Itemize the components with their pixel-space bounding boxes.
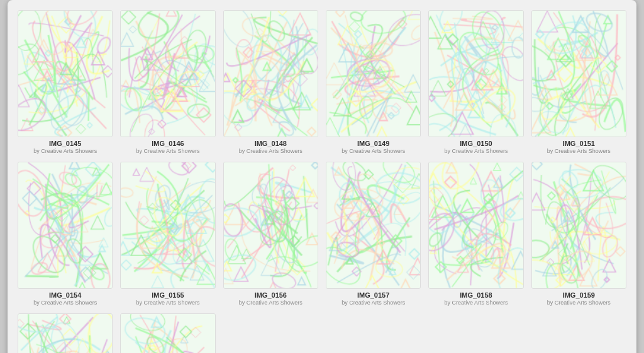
gallery-item[interactable]: IMG_0145by Creative Arts Showers — [18, 10, 113, 154]
item-title: IMG_0158 — [460, 291, 492, 299]
thumbnail-image — [18, 162, 113, 289]
gallery-item[interactable]: IMG_0146by Creative Arts Showers — [120, 10, 215, 154]
thumbnail-image — [18, 10, 113, 137]
thumbnail-image — [531, 162, 626, 289]
pattern-canvas — [121, 162, 214, 288]
gallery-item[interactable]: IMG_0163by Creative Arts Showers — [18, 313, 113, 353]
gallery-item[interactable]: IMG_0155by Creative Arts Showers — [120, 162, 215, 306]
item-author: by Creative Arts Showers — [136, 300, 199, 306]
pattern-canvas — [429, 162, 523, 288]
empty-slot — [428, 313, 523, 353]
item-title: IMG_0150 — [460, 140, 492, 147]
item-author: by Creative Arts Showers — [547, 148, 611, 154]
pattern-canvas — [224, 11, 318, 137]
item-title: IMG_0151 — [563, 140, 595, 147]
gallery-item[interactable]: IMG_0151by Creative Arts Showers — [531, 10, 626, 154]
pattern-canvas — [429, 11, 523, 137]
gallery-item[interactable]: IMG_0156by Creative Arts Showers — [223, 162, 318, 306]
gallery-item[interactable]: IMG_0159by Creative Arts Showers — [531, 162, 626, 306]
thumbnail-image — [531, 10, 626, 137]
thumbnail-image — [428, 162, 523, 289]
thumbnail-image — [326, 162, 421, 289]
item-title: IMG_0157 — [357, 291, 389, 299]
gallery-item[interactable]: IMG_0148by Creative Arts Showers — [223, 10, 318, 154]
thumbnail-image — [326, 10, 421, 137]
pattern-canvas — [532, 11, 626, 137]
item-author: by Creative Arts Showers — [239, 300, 303, 306]
pattern-canvas — [18, 162, 112, 288]
empty-slot — [326, 313, 421, 353]
thumbnail-image — [18, 313, 113, 353]
empty-slot — [223, 313, 318, 353]
item-author: by Creative Arts Showers — [444, 300, 508, 306]
gallery-item[interactable]: IMG_0154by Creative Arts Showers — [18, 162, 113, 306]
item-title: IMG_0159 — [563, 291, 595, 299]
pattern-canvas — [326, 11, 420, 137]
pattern-canvas — [121, 314, 214, 353]
item-title: IMG_0155 — [152, 291, 184, 299]
item-author: by Creative Arts Showers — [547, 300, 611, 306]
pattern-canvas — [224, 162, 318, 288]
thumbnail-image — [120, 313, 215, 353]
pattern-canvas — [326, 162, 420, 288]
gallery-item[interactable]: IMG_0149by Creative Arts Showers — [326, 10, 421, 154]
pattern-canvas — [18, 314, 112, 353]
item-author: by Creative Arts Showers — [341, 148, 405, 154]
thumbnail-image — [120, 10, 215, 137]
item-title: IMG_0145 — [49, 140, 81, 147]
pattern-canvas — [121, 11, 214, 137]
item-author: by Creative Arts Showers — [341, 300, 405, 306]
gallery-item[interactable]: IMG_0157by Creative Arts Showers — [326, 162, 421, 306]
gallery-item[interactable]: IMG_0150by Creative Arts Showers — [428, 10, 523, 154]
item-author: by Creative Arts Showers — [33, 300, 97, 306]
gallery-item[interactable]: IMG_0158by Creative Arts Showers — [428, 162, 523, 306]
thumbnail-image — [223, 162, 318, 289]
gallery-container: IMG_0145by Creative Arts ShowersIMG_0146… — [8, 0, 636, 353]
item-author: by Creative Arts Showers — [136, 148, 199, 154]
item-title: IMG_0148 — [255, 140, 287, 147]
thumbnail-image — [428, 10, 523, 137]
pattern-canvas — [532, 162, 626, 288]
thumbnail-image — [223, 10, 318, 137]
item-title: IMG_0146 — [152, 140, 184, 147]
gallery-item[interactable]: IMG_0164by Creative Arts Showers — [120, 313, 215, 353]
item-title: IMG_0156 — [255, 291, 287, 299]
pattern-canvas — [18, 11, 112, 137]
item-author: by Creative Arts Showers — [444, 148, 508, 154]
empty-slot — [531, 313, 626, 353]
item-author: by Creative Arts Showers — [239, 148, 303, 154]
thumbnail-image — [120, 162, 215, 289]
item-title: IMG_0149 — [357, 140, 389, 147]
item-author: by Creative Arts Showers — [33, 148, 97, 154]
item-title: IMG_0154 — [49, 291, 81, 299]
image-grid: IMG_0145by Creative Arts ShowersIMG_0146… — [18, 10, 626, 353]
